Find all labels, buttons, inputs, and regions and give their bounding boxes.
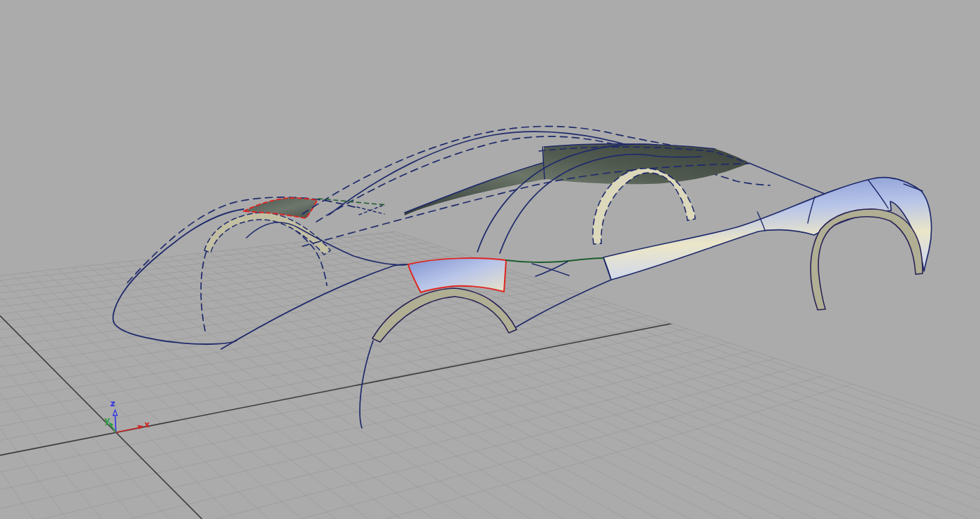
axis-label-z: z: [111, 399, 115, 408]
viewport[interactable]: z x y: [0, 0, 980, 519]
axis-label-x: x: [144, 420, 150, 429]
axis-label-y: y: [104, 415, 110, 425]
viewport-canvas[interactable]: z x y: [0, 0, 980, 519]
